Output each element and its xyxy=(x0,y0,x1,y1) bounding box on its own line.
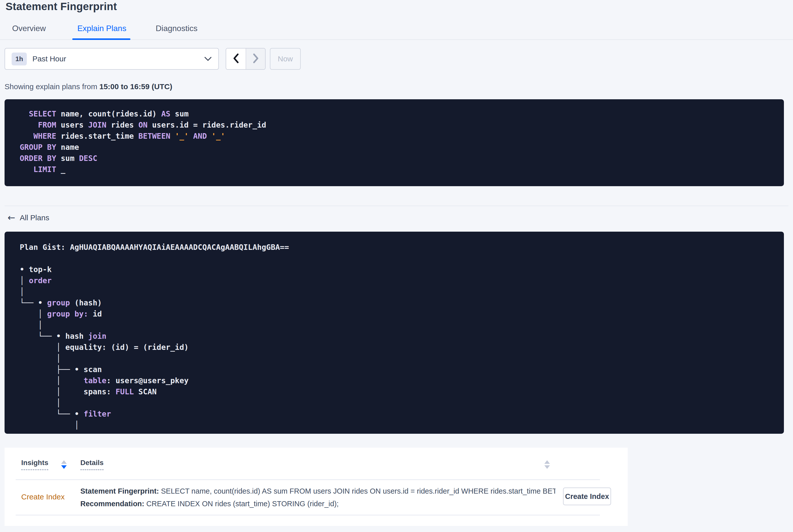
code-line: • top-k xyxy=(20,264,769,275)
table-row-divider xyxy=(16,515,600,515)
all-plans-label: All Plans xyxy=(20,213,49,222)
code-line: │ xyxy=(20,397,769,408)
code-line: WHERE rides.start_time BETWEEN '_' AND '… xyxy=(20,131,769,142)
time-range-badge: 1h xyxy=(12,53,27,65)
time-nav-group xyxy=(226,48,266,70)
code-line: ORDER BY sum DESC xyxy=(20,153,769,164)
sql-code: SELECT name, count(rides.id) AS sum FROM… xyxy=(20,108,769,175)
active-tab-underline xyxy=(72,38,130,40)
plan-gist-text: Plan Gist: AgHUAQIABQAAAAHYAQIAiAEAAAADC… xyxy=(20,242,769,253)
create-index-button[interactable]: Create Index xyxy=(563,488,611,505)
showing-range-text: Showing explain plans from 15:00 to 16:5… xyxy=(4,82,172,91)
code-line: FROM users JOIN rides ON users.id = ride… xyxy=(20,119,769,131)
code-line: SELECT name, count(rides.id) AS sum xyxy=(20,108,769,119)
range-value: 15:00 to 16:59 (UTC) xyxy=(99,82,172,91)
table-header-divider xyxy=(16,479,600,480)
code-line: └── • filter xyxy=(20,408,769,420)
code-line: │ xyxy=(20,286,769,297)
detail-statement-fingerprint: Statement Fingerprint: SELECT name, coun… xyxy=(80,486,555,496)
sort-desc-icon xyxy=(544,465,550,469)
detail-recommendation: Recommendation: CREATE INDEX ON rides (s… xyxy=(80,499,339,509)
time-range-label: Past Hour xyxy=(32,55,66,63)
column-header-details[interactable]: Details xyxy=(80,459,103,470)
tab-explain-plans[interactable]: Explain Plans xyxy=(77,23,126,33)
code-line: └── • group (hash) xyxy=(20,297,769,308)
time-range-dropdown[interactable]: 1h Past Hour xyxy=(4,48,219,70)
column-header-insights[interactable]: Insights xyxy=(21,459,48,470)
chevron-down-icon xyxy=(204,57,212,61)
tab-overview[interactable]: Overview xyxy=(12,23,46,33)
section-divider xyxy=(4,206,789,206)
code-line: │ xyxy=(20,353,769,364)
arrow-left-icon: ← xyxy=(7,213,15,222)
code-line: │ equality: (id) = (rider_id) xyxy=(20,342,769,353)
sort-asc-icon xyxy=(544,460,550,464)
code-line: GROUP BY name xyxy=(20,142,769,153)
all-plans-back-link[interactable]: ← All Plans xyxy=(7,213,49,222)
code-line: LIMIT _ xyxy=(20,164,769,175)
code-line: │ order xyxy=(20,275,769,286)
sort-icon-insights[interactable] xyxy=(61,460,67,469)
plan-gist-box: Plan Gist: AgHUAQIABQAAAAHYAQIAiAEAAAADC… xyxy=(4,232,784,434)
plan-tree: • top-k│ order│└── • group (hash) │ grou… xyxy=(20,264,769,431)
code-line: └── • hash join xyxy=(20,331,769,342)
page-title: Statement Fingerprint xyxy=(5,0,117,13)
sort-asc-icon xyxy=(61,460,67,464)
code-line: │ xyxy=(20,320,769,331)
code-line: │ group by: id xyxy=(20,308,769,320)
sort-icon-details[interactable] xyxy=(544,460,550,469)
prev-time-button[interactable] xyxy=(226,49,246,69)
code-line: │ spans: FULL SCAN xyxy=(20,386,769,397)
sort-desc-icon xyxy=(61,465,67,469)
sql-statement-box: SELECT name, count(rides.id) AS sum FROM… xyxy=(4,99,784,186)
insight-type-link[interactable]: Create Index xyxy=(21,493,65,501)
next-time-button[interactable] xyxy=(246,49,265,69)
code-line: ├── • scan xyxy=(20,364,769,375)
code-line: │ xyxy=(20,420,769,431)
code-line: │ table: users@users_pkey xyxy=(20,375,769,386)
tab-diagnostics[interactable]: Diagnostics xyxy=(156,23,197,33)
chevron-right-icon xyxy=(252,53,260,65)
chevron-left-icon xyxy=(232,53,240,65)
insights-card: Insights Details Create Index Statement … xyxy=(4,448,628,526)
now-button[interactable]: Now xyxy=(270,48,301,70)
